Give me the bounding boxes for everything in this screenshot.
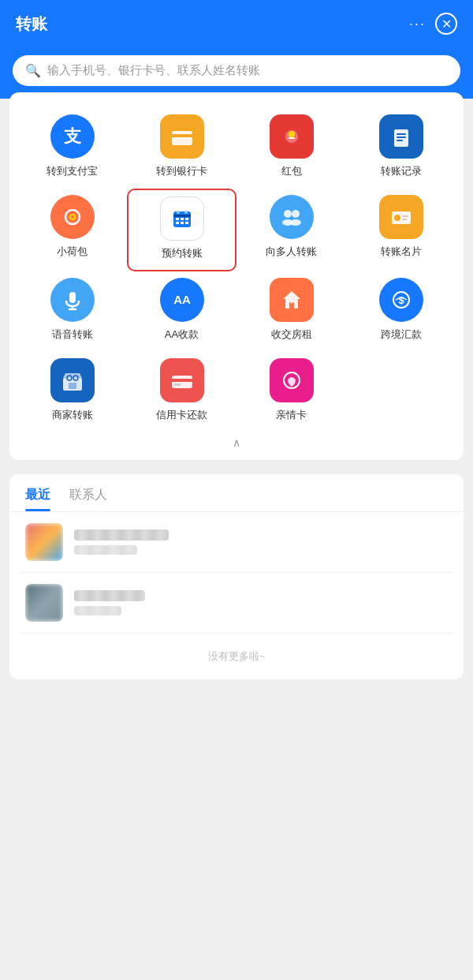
avatar-1 — [25, 523, 63, 561]
contact-info-2 — [74, 590, 448, 615]
search-bar[interactable]: 🔍 输入手机号、银行卡号、联系人姓名转账 — [13, 55, 460, 86]
contact-item-1[interactable] — [19, 512, 454, 573]
tab-contacts[interactable]: 联系人 — [69, 487, 107, 511]
scheduled-icon — [160, 196, 204, 241]
avatar-2 — [25, 584, 63, 622]
history-label: 转账记录 — [381, 165, 422, 178]
collapse-button[interactable]: ∧ — [17, 432, 456, 452]
contact-name-blur-2 — [74, 590, 145, 601]
merchant-label: 商家转账 — [52, 409, 93, 421]
svg-point-12 — [71, 215, 74, 219]
tabs-header: 最近 联系人 — [9, 474, 464, 512]
svg-rect-29 — [402, 215, 408, 217]
family-label: 亲情卡 — [276, 409, 307, 421]
contact-item-2[interactable] — [19, 573, 454, 634]
xiaohe-icon — [50, 195, 95, 239]
grid-item-credit[interactable]: 信用卡还款 — [127, 352, 236, 432]
bank-label: 转到银行卡 — [156, 165, 207, 178]
svg-rect-46 — [172, 379, 192, 382]
feature-grid: 支 转到支付宝 转到银行卡 红 — [17, 108, 456, 432]
tabs-section: 最近 联系人 没有更多啦~ — [9, 474, 464, 679]
grid-item-history[interactable]: 转账记录 — [346, 108, 456, 189]
grid-item-multi[interactable]: 向多人转账 — [236, 189, 346, 272]
svg-point-4 — [289, 131, 295, 137]
svg-rect-44 — [69, 383, 76, 389]
contact-name-blur-1 — [74, 529, 169, 540]
svg-point-28 — [394, 215, 400, 221]
grid-item-bizcard[interactable]: 转账名片 — [346, 189, 456, 272]
global-label: 跨境汇款 — [381, 328, 422, 341]
contact-info-1 — [74, 529, 448, 555]
svg-marker-35 — [283, 291, 300, 299]
voice-icon — [50, 278, 95, 322]
family-icon — [270, 358, 314, 402]
svg-text:AA: AA — [173, 293, 191, 306]
bizcard-icon — [379, 195, 423, 239]
grid-item-rent[interactable]: ¥ 收交房租 — [236, 271, 346, 352]
grid-item-merchant[interactable]: 商家转账 — [17, 352, 127, 432]
contact-sub-blur-2 — [74, 606, 121, 615]
svg-point-23 — [284, 210, 292, 218]
contact-sub-blur-1 — [74, 545, 137, 555]
svg-rect-47 — [174, 383, 181, 386]
svg-rect-31 — [69, 292, 76, 303]
svg-rect-8 — [397, 137, 406, 138]
rent-label: 收交房租 — [271, 328, 312, 341]
grid-item-scheduled[interactable]: 预约转账 — [127, 189, 236, 272]
svg-rect-7 — [397, 133, 406, 135]
avatar-image-1 — [25, 523, 63, 561]
close-button[interactable]: ✕ — [435, 13, 457, 35]
grid-item-aa[interactable]: AA AA收款 — [127, 271, 236, 352]
search-icon: 🔍 — [25, 63, 41, 78]
multi-label: 向多人转账 — [266, 245, 317, 258]
svg-rect-17 — [176, 218, 179, 220]
avatar-image-2 — [25, 584, 63, 622]
svg-point-26 — [290, 219, 301, 226]
svg-rect-21 — [181, 222, 184, 224]
svg-point-15 — [177, 211, 180, 214]
search-input[interactable]: 输入手机号、银行卡号、联系人姓名转账 — [47, 63, 260, 78]
no-more-text: 没有更多啦~ — [9, 634, 464, 679]
svg-rect-19 — [185, 218, 188, 220]
svg-rect-5 — [289, 137, 295, 139]
header: 转账 ··· ✕ — [0, 0, 473, 47]
global-icon: $ — [379, 278, 423, 322]
grid-item-xiaohe[interactable]: 小荷包 — [17, 189, 127, 272]
svg-rect-18 — [181, 218, 184, 220]
svg-rect-22 — [185, 222, 188, 224]
svg-rect-1 — [172, 131, 192, 145]
credit-icon — [160, 358, 204, 402]
search-container: 🔍 输入手机号、银行卡号、联系人姓名转账 — [0, 47, 473, 99]
alipay-label: 转到支付宝 — [47, 165, 98, 178]
svg-text:¥: ¥ — [290, 299, 293, 305]
aa-label: AA收款 — [165, 328, 199, 341]
redpacket-icon — [270, 114, 314, 159]
header-actions: ··· ✕ — [409, 13, 457, 35]
credit-label: 信用卡还款 — [156, 409, 207, 421]
rent-icon: ¥ — [270, 278, 314, 322]
page-title: 转账 — [16, 13, 47, 35]
redpacket-label: 红包 — [281, 165, 302, 178]
grid-item-bank[interactable]: 转到银行卡 — [127, 108, 236, 189]
grid-item-voice[interactable]: 语音转账 — [17, 271, 127, 352]
history-icon — [379, 114, 423, 159]
bizcard-label: 转账名片 — [381, 245, 422, 258]
merchant-icon — [50, 358, 95, 402]
svg-rect-2 — [172, 134, 192, 137]
xiaohe-label: 小荷包 — [57, 245, 88, 258]
aa-icon: AA — [160, 278, 204, 322]
svg-rect-14 — [173, 215, 191, 217]
svg-text:支: 支 — [63, 126, 82, 146]
grid-item-global[interactable]: $ 跨境汇款 — [346, 271, 456, 352]
svg-point-16 — [184, 211, 188, 214]
more-icon[interactable]: ··· — [409, 16, 426, 32]
grid-item-alipay[interactable]: 支 转到支付宝 — [17, 108, 127, 189]
svg-rect-9 — [397, 140, 403, 141]
alipay-icon: 支 — [50, 114, 95, 159]
multi-icon — [270, 195, 314, 239]
chevron-up-icon: ∧ — [233, 436, 240, 449]
tab-recent[interactable]: 最近 — [25, 487, 50, 511]
grid-item-family[interactable]: 亲情卡 — [236, 352, 346, 432]
svg-text:$: $ — [398, 294, 404, 306]
grid-item-redpacket[interactable]: 红包 — [236, 108, 346, 189]
